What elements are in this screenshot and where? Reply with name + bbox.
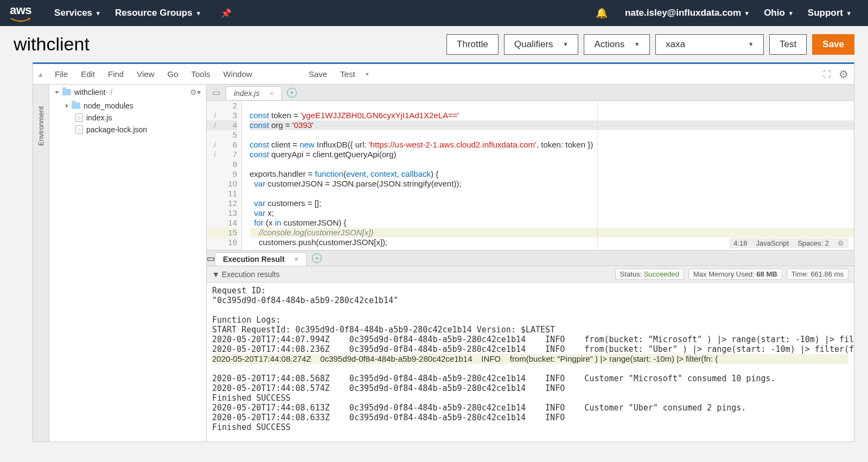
status-label: Status: <box>620 270 642 278</box>
time-value: 661.86 ms <box>810 270 844 278</box>
ide-test-button[interactable]: Test <box>334 69 362 79</box>
editor-area: ▭ index.js× + ii ii 23456789101112131415… <box>207 85 854 441</box>
test-event-select[interactable]: xaxa▼ <box>655 34 764 55</box>
tab-code[interactable]: index.js× <box>226 86 282 100</box>
results-header: ▼ Execution results Status: Succeeded Ma… <box>207 266 854 283</box>
nav-services[interactable]: Services▾ <box>47 0 107 26</box>
throttle-button[interactable]: Throttle <box>446 34 499 55</box>
side-gutter[interactable]: Environment <box>33 85 49 441</box>
triangle-down-icon: ▼ <box>634 41 640 47</box>
collapse-icon[interactable]: ▴ <box>39 69 43 79</box>
time-chip: Time: 661.86 ms <box>787 268 848 280</box>
nav-support-label: Support <box>808 8 843 18</box>
throttle-label: Throttle <box>457 39 488 50</box>
add-tab-button[interactable]: + <box>287 88 297 98</box>
gear-icon[interactable]: ⚙▾ <box>190 88 201 97</box>
qualifiers-button[interactable]: Qualifiers▼ <box>504 34 579 55</box>
tab-results[interactable]: Execution Result× <box>215 252 307 266</box>
spaces-label[interactable]: Spaces: 2 <box>797 239 829 247</box>
nav-services-label: Services <box>54 8 92 18</box>
menu-view[interactable]: View <box>130 69 161 79</box>
aws-logo[interactable]: aws <box>10 3 31 23</box>
folder-icon <box>62 89 71 95</box>
lang-label[interactable]: JavaScript <box>756 239 789 247</box>
aws-logo-text: aws <box>10 3 31 17</box>
triangle-down-icon: ▼ <box>563 41 569 47</box>
nav-resource-groups-label: Resource Groups <box>115 8 193 18</box>
results-tab-bar: ▭ Execution Result× + <box>207 250 854 266</box>
tree-item-label: index.js <box>86 113 112 122</box>
tab-scroll-icon[interactable]: ▭ <box>207 87 226 98</box>
tree-item-label: node_modules <box>84 101 133 110</box>
folder-icon <box>72 102 80 109</box>
tree-root-name[interactable]: withclient <box>74 88 106 97</box>
menu-go[interactable]: Go <box>161 69 184 79</box>
nav-support[interactable]: Support▾ <box>800 0 858 26</box>
triangle-down-icon: ▼ <box>748 41 754 47</box>
pin-icon[interactable]: 📌 <box>213 0 239 26</box>
ide: ▴ FileEditFindViewGoToolsWindow Save Tes… <box>33 62 854 442</box>
nav-region-label: Ohio <box>764 8 785 18</box>
menu-tools[interactable]: Tools <box>184 69 216 79</box>
aws-swoosh-icon <box>10 17 31 23</box>
nav-user[interactable]: nate.isley@influxdata.com▾ <box>617 0 756 26</box>
status-value: Succeeded <box>644 270 679 278</box>
nav-region[interactable]: Ohio▾ <box>756 0 800 26</box>
chevron-down-icon: ▾ <box>197 10 200 17</box>
test-label: Test <box>780 39 796 50</box>
ide-menubar: ▴ FileEditFindViewGoToolsWindow Save Tes… <box>33 64 854 85</box>
actions-button[interactable]: Actions▼ <box>584 34 650 55</box>
file-icon: ◇ <box>75 113 83 122</box>
menu-window[interactable]: Window <box>217 69 259 79</box>
test-button[interactable]: Test <box>769 34 807 55</box>
fullscreen-icon[interactable]: ⛶ <box>823 69 831 79</box>
close-icon[interactable]: × <box>269 89 273 98</box>
tab-label: index.js <box>234 89 259 98</box>
mem-value: 68 MB <box>756 270 777 278</box>
save-label: Save <box>822 39 844 50</box>
tree-file[interactable]: ◇ index.js <box>49 112 206 124</box>
code-pane[interactable]: ii ii 2345678910111213141516 const token… <box>207 101 854 250</box>
file-tree: withclient - / ⚙▾ node_modules ◇ index.j… <box>49 85 207 441</box>
tree-file[interactable]: ◇ package-lock.json <box>49 124 206 136</box>
code-tab-bar: ▭ index.js× + <box>207 85 854 101</box>
add-tab-button[interactable]: + <box>312 253 322 263</box>
tab-label: Execution Result <box>223 255 285 264</box>
qualifiers-label: Qualifiers <box>514 39 553 50</box>
triangle-down-icon[interactable]: ▼ <box>365 72 370 77</box>
menu-edit[interactable]: Edit <box>74 69 101 79</box>
gear-icon[interactable]: ⚙ <box>839 68 848 81</box>
function-title: withclient <box>14 34 90 55</box>
ide-save-button[interactable]: Save <box>302 69 334 79</box>
triangle-right-icon <box>66 104 68 108</box>
results-title: Execution results <box>222 270 280 279</box>
log-output[interactable]: Request ID: "0c395d9d-0f84-484b-a5b9-280… <box>207 283 854 441</box>
nav-resource-groups[interactable]: Resource Groups▾ <box>107 0 208 26</box>
environment-label: Environment <box>37 106 45 146</box>
tree-root-suffix: - / <box>106 88 112 97</box>
bell-icon[interactable]: 🔔 <box>596 7 608 19</box>
status-chip: Status: Succeeded <box>615 268 684 280</box>
menu-find[interactable]: Find <box>101 69 130 79</box>
nav-user-label: nate.isley@influxdata.com <box>625 8 741 18</box>
menu-file[interactable]: File <box>48 69 74 79</box>
actions-label: Actions <box>594 39 624 50</box>
mem-label: Max Memory Used: <box>693 270 755 278</box>
cursor-pos: 4:18 <box>733 239 747 247</box>
triangle-down-icon[interactable]: ▼ <box>212 270 220 279</box>
chevron-down-icon: ▾ <box>745 10 749 17</box>
time-label: Time: <box>792 270 809 278</box>
chevron-down-icon: ▾ <box>847 10 851 17</box>
test-event-label: xaxa <box>666 39 685 50</box>
tab-scroll-icon[interactable]: ▭ <box>207 253 215 264</box>
chevron-down-icon: ▾ <box>789 10 793 17</box>
close-icon[interactable]: × <box>295 255 299 263</box>
mem-chip: Max Memory Used: 68 MB <box>688 268 782 280</box>
chevron-down-icon: ▾ <box>97 10 100 17</box>
triangle-down-icon[interactable] <box>55 91 59 94</box>
tree-folder[interactable]: node_modules <box>49 100 206 112</box>
tree-item-label: package-lock.json <box>86 125 147 134</box>
gear-icon[interactable]: ⚙ <box>838 239 844 247</box>
aws-top-nav: aws Services▾ Resource Groups▾ 📌 🔔 nate.… <box>0 0 868 26</box>
save-button[interactable]: Save <box>812 34 854 55</box>
